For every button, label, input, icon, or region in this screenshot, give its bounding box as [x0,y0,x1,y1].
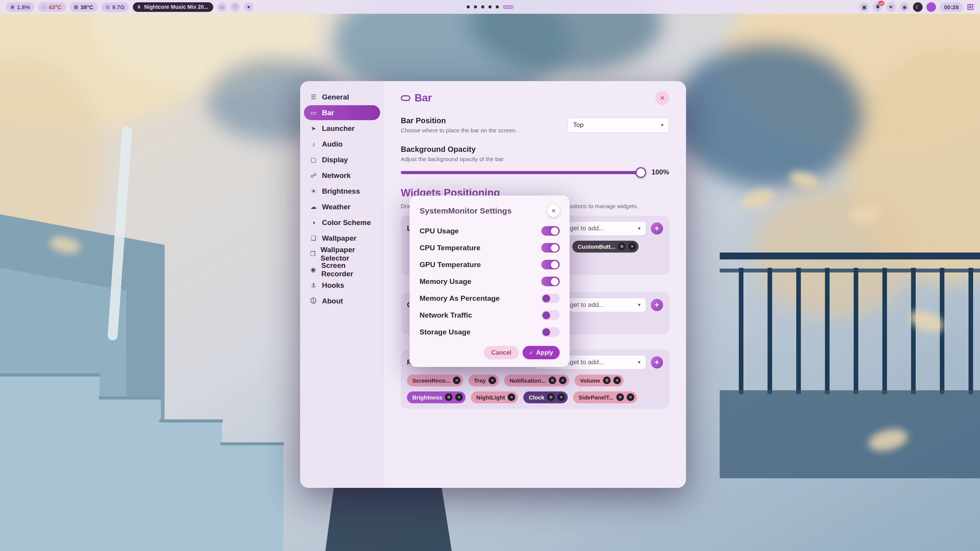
color-scheme-icon: ◑ [309,219,318,226]
widget-remove-icon[interactable]: ✕ [557,393,565,401]
widget-remove-icon[interactable]: ✕ [453,377,461,384]
widget-chip-label: CustomButt... [578,243,615,250]
gpu-temp-pill[interactable]: ▦ 38°C [70,2,98,12]
widget-remove-icon[interactable]: ✕ [559,377,567,384]
widget-chip-clock[interactable]: Clock ⚙ ✕ [523,391,568,403]
sidebar-item-brightness[interactable]: ☀ Brightness [304,184,380,199]
workspace-dot[interactable] [467,5,470,8]
widget-remove-icon[interactable]: ✕ [488,377,496,384]
widget-settings-icon[interactable]: ⚙ [547,393,555,401]
widget-remove-icon[interactable]: ✕ [508,393,515,401]
widget-remove-icon[interactable]: ✕ [613,377,621,384]
widget-remove-icon[interactable]: ✕ [628,243,636,250]
favorites-button[interactable]: ♥ [244,2,253,12]
workspace-indicator[interactable] [467,0,513,14]
window-close-button[interactable]: ✕ [655,91,669,105]
workspace-dot[interactable] [481,5,484,8]
opacity-slider[interactable] [401,171,645,174]
cpu-temp-pill[interactable]: ♨ 43°C [38,2,66,12]
sidebar-item-label: Brightness [322,187,360,196]
systemmonitor-settings-modal: SystemMonitor Settings ✕ CPU Usage CPU T… [410,196,570,367]
gpu-temperature-toggle[interactable] [541,260,560,269]
left-add-widget-button[interactable]: + [651,222,663,235]
network-traffic-toggle[interactable] [541,310,560,320]
workspace-dot[interactable] [496,5,499,8]
cpu-usage-pill[interactable]: ▣ 1.8% [6,2,34,12]
apply-button-label: Apply [536,349,553,356]
widget-chip-brightness[interactable]: Brightness ⚙ ✕ [407,391,466,403]
background-opacity-description: Adjust the background opacity of the bar… [401,156,669,162]
chevron-down-icon: ▾ [638,359,640,365]
toggle-row-memory-usage: Memory Usage [420,277,560,286]
memory-as-percentage-toggle[interactable] [541,293,560,303]
widget-settings-icon[interactable]: ⚙ [618,243,626,250]
display-icon: ▢ [309,156,318,163]
like-button[interactable]: ♡ [230,2,240,12]
apps-grid-icon[interactable]: ⊞ [967,3,974,11]
sidebar-item-screen-recorder[interactable]: ◉ Screen Recorder [304,262,380,277]
widget-chip-nightlight[interactable]: NightLight ✕ [471,391,518,403]
sidebar-item-display[interactable]: ▢ Display [304,152,380,167]
widget-chip-label: ScreenReco... [412,377,450,384]
sidebar-item-hooks[interactable]: ⚓ Hooks [304,278,380,293]
widget-settings-icon[interactable]: ⚙ [445,393,452,401]
clock[interactable]: 00:28 [940,2,963,12]
widget-settings-icon[interactable]: ⚙ [603,377,611,384]
opacity-slider-knob[interactable] [635,167,646,178]
memory-usage-toggle[interactable] [541,277,560,286]
sidebar-item-launcher[interactable]: ➤ Launcher [304,121,380,136]
color-picker-button[interactable] [926,2,936,12]
sidebar-item-audio[interactable]: ♪ Audio [304,137,380,152]
widget-chip-screenrecorder[interactable]: ScreenReco... ✕ [407,375,463,386]
center-add-widget-button[interactable]: + [651,299,663,311]
workspace-dot[interactable] [474,5,477,8]
right-add-widget-button[interactable]: + [651,356,663,368]
emoji-picker-button[interactable]: ☺ [217,2,227,12]
check-icon: ✓ [529,350,534,356]
night-light-button[interactable]: ☾ [913,2,923,12]
widget-remove-icon[interactable]: ✕ [455,393,463,401]
modal-close-button[interactable]: ✕ [547,205,560,217]
widget-settings-icon[interactable]: ⚙ [549,377,556,384]
sidebar-item-general[interactable]: ☰ General [304,90,380,104]
toggle-label: Storage Usage [420,328,470,336]
screen-record-button[interactable]: ◉ [900,2,909,12]
widget-chip-custombutton[interactable]: CustomButt... ⚙ ✕ [572,241,639,253]
notification-badge: 10 [878,0,885,6]
memory-pill[interactable]: ▤ 9.7G [101,2,129,12]
volume-button[interactable] [886,2,896,12]
sidebar-item-weather[interactable]: ☁ Weather [304,199,380,214]
bar-position-label: Bar Position [401,116,517,125]
workspace-active-pill[interactable] [503,5,513,9]
widget-settings-icon[interactable]: ⚙ [616,393,624,401]
cpu-temperature-toggle[interactable] [541,243,560,253]
toggle-row-gpu-temperature: GPU Temperature [420,260,560,269]
opacity-value: 100% [652,168,669,176]
wallpaper-selector-icon: ❐ [309,250,316,258]
apply-button[interactable]: ✓ Apply [523,346,560,359]
sidebar-item-bar[interactable]: ▭ Bar [304,105,380,120]
toggle-knob [551,227,559,235]
sidebar-item-wallpaper-selector[interactable]: ❐ Wallpaper Selector [304,246,380,261]
bar-pill-icon [401,95,410,101]
clock-value: 00:28 [944,4,959,10]
bar-position-select[interactable]: Top ▾ [567,117,669,133]
sidebar-item-about[interactable]: ⓘ About [304,293,380,308]
workspace-dot[interactable] [488,5,492,8]
widget-chip-notifications[interactable]: Notification... ⚙ ✕ [504,375,569,386]
sidebar-item-label: Display [322,156,348,164]
screenshot-button[interactable]: ▣ [859,2,869,12]
notifications-button[interactable]: 10 [873,2,882,12]
widget-chip-tray[interactable]: Tray ✕ [469,375,499,386]
widget-chip-volume[interactable]: Volume ⚙ ✕ [575,375,624,386]
widget-chip-sidepanel[interactable]: SidePanelT... ⚙ ✕ [573,391,637,403]
cpu-usage-toggle[interactable] [541,226,560,236]
storage-usage-toggle[interactable] [541,327,560,337]
sidebar-item-network[interactable]: ☍ Network [304,168,380,183]
widget-remove-icon[interactable]: ✕ [627,393,634,401]
toggle-knob [551,261,559,269]
sidebar-item-color-scheme[interactable]: ◑ Color Scheme [304,215,380,230]
cancel-button[interactable]: Cancel [484,346,518,359]
sidebar-item-wallpaper[interactable]: ❏ Wallpaper [304,231,380,246]
media-player-pill[interactable]: Ⅱ Nightcore Music Mix 20... [133,2,214,12]
